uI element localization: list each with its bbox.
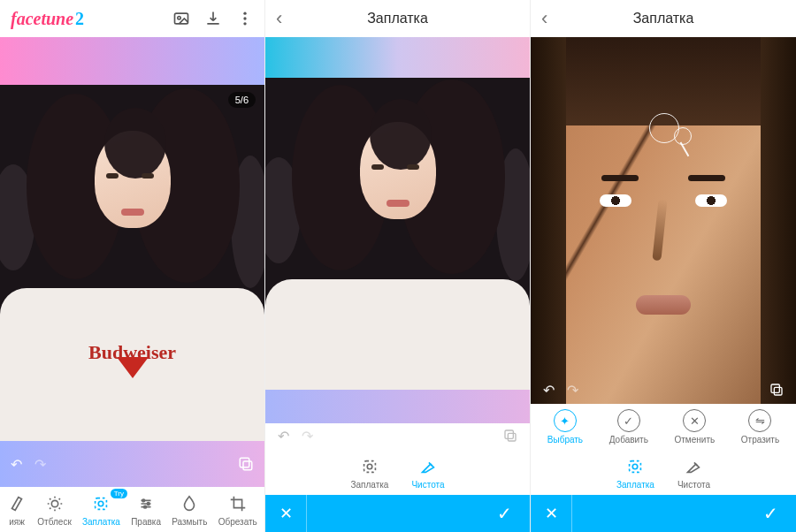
tool-blur[interactable]: Размыть — [172, 494, 207, 527]
compare-icon[interactable] — [238, 456, 254, 472]
screen-title: Заплатка — [367, 11, 428, 27]
svg-point-20 — [633, 464, 639, 469]
cancel-select-button[interactable]: ✕Отменить — [675, 409, 716, 445]
screen-title: Заплатка — [633, 11, 694, 27]
svg-rect-14 — [508, 433, 516, 441]
svg-rect-5 — [240, 458, 249, 467]
undo-strip: ↶ ↷ — [531, 376, 796, 404]
screen-patch-select: ‹ Заплатка ↶ ↷ ✦ — [531, 0, 796, 532]
brush-cursor-target — [674, 127, 692, 145]
photo-canvas[interactable]: ↶ ↷ — [531, 37, 796, 404]
photo-canvas[interactable]: Budweiser 5/6 — [0, 85, 264, 441]
photo-canvas[interactable] — [265, 78, 530, 423]
svg-point-10 — [142, 499, 145, 502]
undo-icon[interactable]: ↶ — [11, 456, 22, 473]
gradient-banner — [0, 37, 264, 85]
undo-strip: ↶ ↷ — [265, 423, 530, 448]
svg-point-11 — [147, 503, 149, 505]
topbar: facetune2 — [0, 0, 264, 37]
tool-patch[interactable]: Заплатка — [350, 457, 388, 490]
tool-glare[interactable]: Отблеск — [37, 494, 71, 527]
canvas-bottom-strip: ↶ ↷ — [0, 441, 264, 487]
svg-point-9 — [99, 501, 104, 506]
redo-icon[interactable]: ↷ — [302, 428, 313, 445]
select-button[interactable]: ✦Выбрать — [547, 409, 583, 445]
svg-rect-15 — [364, 461, 376, 473]
app-logo: facetune2 — [11, 9, 84, 29]
cancel-button[interactable]: ✕ — [265, 495, 307, 532]
svg-point-7 — [51, 500, 57, 506]
screen-patch: ‹ Заплатка ↶ ↷ — [265, 0, 531, 532]
screen-main: facetune2 Budweiser — [0, 0, 265, 532]
tool-clean[interactable]: Чистота — [411, 457, 444, 490]
svg-rect-6 — [243, 461, 252, 470]
svg-rect-19 — [630, 461, 641, 473]
topbar: ‹ Заплатка — [265, 0, 530, 37]
undo-icon[interactable]: ↶ — [543, 382, 555, 399]
redo-icon[interactable]: ↷ — [34, 456, 46, 473]
redo-icon[interactable]: ↷ — [567, 382, 578, 399]
tool-patch[interactable]: TryЗаплатка — [82, 494, 120, 527]
gallery-icon[interactable] — [172, 10, 190, 27]
tool-clean[interactable]: Чистота — [677, 457, 710, 490]
compare-icon[interactable] — [503, 429, 517, 443]
main-toolbar: ияж Отблеск TryЗаплатка Правка Размыть О… — [0, 487, 264, 532]
confirm-bar: ✕ ✓ — [265, 495, 530, 532]
more-icon[interactable] — [236, 10, 254, 27]
selection-row: ✦Выбрать ✓Добавить ✕Отменить ⇋Отразить — [531, 404, 796, 448]
svg-rect-13 — [505, 430, 513, 438]
svg-point-12 — [144, 505, 147, 508]
tool-edit[interactable]: Правка — [131, 494, 161, 527]
gradient-banner — [265, 37, 530, 78]
undo-icon[interactable]: ↶ — [278, 428, 289, 445]
svg-rect-8 — [96, 498, 107, 510]
step-counter: 5/6 — [228, 92, 256, 108]
apply-button[interactable]: ✓ — [572, 495, 796, 532]
mirror-button[interactable]: ⇋Отразить — [741, 409, 779, 445]
patch-toolbar: Заплатка Чистота — [265, 448, 530, 495]
compare-icon[interactable] — [769, 383, 784, 397]
svg-point-16 — [367, 464, 372, 469]
confirm-bar: ✕ ✓ — [531, 495, 796, 532]
download-icon[interactable] — [204, 10, 222, 27]
svg-point-1 — [178, 17, 180, 19]
add-button[interactable]: ✓Добавить — [609, 409, 648, 445]
back-icon[interactable]: ‹ — [541, 7, 547, 30]
tool-makeup[interactable]: ияж — [7, 494, 27, 527]
topbar: ‹ Заплатка — [531, 0, 796, 37]
tool-patch[interactable]: Заплатка — [616, 457, 654, 490]
svg-point-4 — [243, 22, 246, 25]
svg-point-2 — [243, 12, 246, 15]
tool-crop[interactable]: Обрезать — [218, 494, 257, 527]
svg-rect-18 — [774, 387, 782, 395]
cancel-button[interactable]: ✕ — [531, 495, 572, 532]
svg-rect-17 — [771, 384, 779, 392]
patch-toolbar: Заплатка Чистота — [531, 448, 796, 495]
apply-button[interactable]: ✓ — [307, 495, 530, 532]
svg-point-3 — [243, 17, 246, 19]
back-icon[interactable]: ‹ — [276, 7, 282, 30]
